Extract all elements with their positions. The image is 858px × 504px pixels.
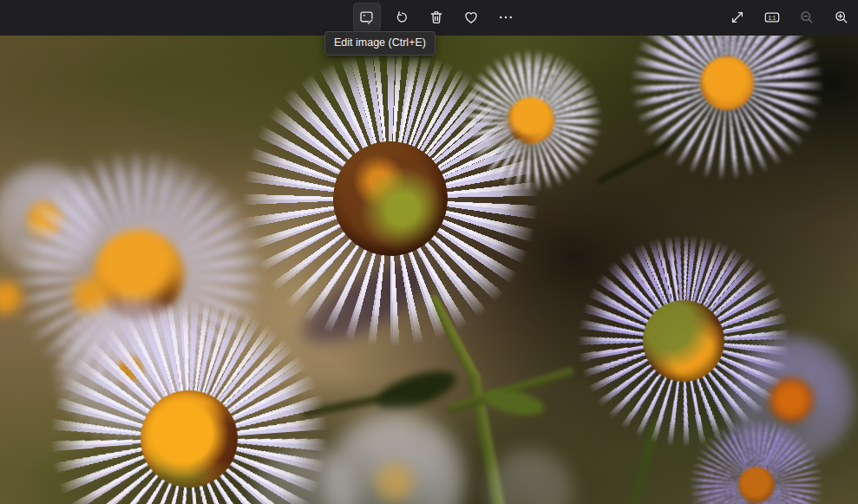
favorite-button[interactable] xyxy=(457,3,485,32)
flower-center xyxy=(375,462,415,502)
one-to-one-label: 1:1 xyxy=(769,15,776,21)
zoom-in-button[interactable] xyxy=(828,3,855,32)
daisy-petals xyxy=(477,442,581,504)
tooltip: Edit image (Ctrl+E) xyxy=(324,31,436,56)
toolbar: 1:1 xyxy=(0,0,858,36)
trash-icon xyxy=(429,10,444,25)
actual-size-button[interactable]: 1:1 xyxy=(758,3,786,32)
daisy-flower xyxy=(36,286,342,504)
heart-icon xyxy=(463,10,479,25)
edit-image-button[interactable] xyxy=(353,3,381,32)
one-to-one-icon: 1:1 xyxy=(764,10,780,25)
zoom-in-icon xyxy=(834,10,849,25)
rotate-button[interactable] xyxy=(388,3,416,32)
edit-image-icon xyxy=(359,10,375,25)
fullscreen-button[interactable] xyxy=(724,3,751,32)
ellipsis-icon xyxy=(498,10,514,25)
more-options-button[interactable] xyxy=(492,3,520,32)
photo-viewer-window: 1:1 xyxy=(0,0,858,504)
delete-button[interactable] xyxy=(422,3,450,32)
tooltip-text: Edit image (Ctrl+E) xyxy=(334,36,426,49)
toolbar-left-group xyxy=(353,3,520,32)
fullscreen-icon xyxy=(730,10,745,25)
toolbar-right-group: 1:1 xyxy=(724,3,855,32)
photo-viewport[interactable] xyxy=(0,36,858,504)
zoom-out-button[interactable] xyxy=(793,3,821,32)
zoom-out-icon xyxy=(799,10,815,25)
rotate-icon xyxy=(394,10,409,25)
daisy-flower xyxy=(477,442,581,504)
